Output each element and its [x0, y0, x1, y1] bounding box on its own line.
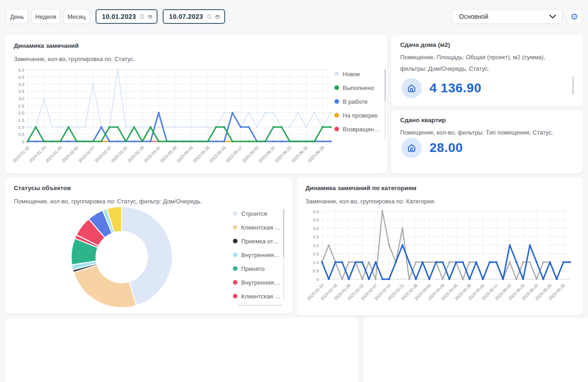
card-scrollbar-thumb[interactable] — [572, 76, 574, 95]
legend-dot — [233, 253, 237, 257]
legend-item-internal-1[interactable]: Внутренняя… — [233, 248, 281, 262]
legend-divider — [238, 305, 283, 306]
svg-text:2.0: 2.0 — [313, 243, 319, 248]
svg-text:1.5: 1.5 — [18, 118, 24, 123]
legend-label: Внутренняя… — [241, 252, 280, 258]
clear-icon[interactable] — [140, 14, 144, 19]
legend-item-client-2[interactable]: Клиентская … — [233, 289, 281, 303]
svg-text:2023-06-20: 2023-06-20 — [258, 145, 276, 163]
date-to-value: 10.07.2023 — [169, 13, 203, 20]
svg-text:2023-06-02: 2023-06-02 — [241, 145, 260, 163]
chevron-down-icon — [549, 14, 556, 19]
svg-text:2.5: 2.5 — [313, 234, 319, 239]
svg-text:2.0: 2.0 — [18, 110, 24, 115]
legend-label: Принято — [241, 265, 265, 272]
svg-text:0.5: 0.5 — [313, 268, 319, 273]
legend-item-building[interactable]: Строится — [233, 207, 281, 220]
legend-label: Строится — [241, 210, 267, 217]
legend-dot — [334, 99, 339, 104]
svg-text:2023-02-07: 2023-02-07 — [77, 145, 96, 163]
card-title: Статусы объектов — [14, 185, 71, 191]
svg-text:4.5: 4.5 — [18, 74, 24, 79]
legend-dot — [233, 239, 237, 243]
calendar-icon[interactable] — [215, 13, 220, 20]
legend-label: Приемка от… — [241, 238, 279, 245]
house-icon-badge — [401, 78, 422, 98]
object-statuses-donut-chart — [70, 206, 173, 309]
svg-text:2023-01-26: 2023-01-26 — [45, 145, 63, 163]
legend-dot — [334, 85, 339, 90]
card-apartments-done: Сдано квартир Помещение, кол-во, фильтры… — [391, 110, 583, 174]
svg-text:0: 0 — [317, 277, 319, 282]
date-to-input[interactable]: 10.07.2023 — [163, 9, 225, 24]
clear-icon[interactable] — [207, 14, 211, 19]
legend-label: Выполнено — [343, 84, 374, 91]
legend-scrollbar-thumb[interactable] — [384, 69, 386, 101]
svg-text:1.5: 1.5 — [313, 251, 319, 256]
svg-text:5.0: 5.0 — [18, 67, 24, 73]
legend-dot — [233, 211, 237, 216]
house-icon — [407, 84, 416, 93]
legend-item-on-check[interactable]: На проверке — [334, 108, 380, 122]
house-icon — [407, 143, 416, 152]
legend-label: На проверке — [343, 112, 378, 119]
settings-button[interactable]: ⚙ — [567, 9, 582, 24]
svg-text:2023-03-29: 2023-03-29 — [159, 145, 178, 163]
legend-dot — [233, 294, 237, 298]
svg-text:1.0: 1.0 — [18, 124, 24, 129]
legend-dot — [334, 113, 339, 118]
legend-dot — [233, 280, 237, 285]
legend-item-accepted[interactable]: Принято — [233, 262, 281, 275]
remarks-dynamics-legend: Новое Выполнено В работе На проверке Воз… — [334, 67, 380, 136]
period-day-button[interactable]: День — [6, 9, 28, 24]
calendar-icon[interactable] — [148, 13, 152, 20]
card-house-area: Сдача дома (м2) Помещение, Площадь: Обща… — [391, 35, 583, 107]
legend-item-new[interactable]: Новое — [334, 67, 380, 81]
card-subtitle: Помещение, Площадь: Общая (проект), м2 (… — [400, 51, 571, 74]
date-from-input[interactable]: 10.01.2023 — [96, 9, 158, 24]
svg-text:4.0: 4.0 — [313, 209, 319, 214]
legend-item-client[interactable]: Клиентская … — [233, 220, 281, 234]
svg-text:2023-05-17: 2023-05-17 — [225, 145, 243, 163]
category-dynamics-line-chart: 00.51.01.52.02.53.03.54.02023-01-102023-… — [304, 207, 582, 311]
card-title: Динамика замечаний — [14, 42, 79, 49]
svg-text:2.5: 2.5 — [18, 103, 24, 108]
dashboard-select[interactable]: Основной — [452, 9, 562, 24]
legend-scrollbar-thumb[interactable] — [283, 209, 284, 257]
svg-text:2023-01-19: 2023-01-19 — [28, 145, 46, 163]
legend-label: Клиентская … — [241, 224, 281, 231]
legend-item-returned[interactable]: Возвращен… — [334, 122, 380, 136]
card-partial-left — [5, 318, 358, 382]
legend-label: Внутренняя… — [241, 279, 280, 286]
period-week-button[interactable]: Неделя — [31, 9, 60, 24]
legend-dot — [233, 225, 237, 230]
legend-item-done[interactable]: Выполнено — [334, 81, 380, 95]
card-title: Сдано квартир — [400, 117, 446, 124]
svg-text:2023-02-21: 2023-02-21 — [110, 145, 129, 163]
remarks-dynamics-line-chart: 00.51.01.52.02.53.03.54.04.55.02023-01-1… — [9, 65, 349, 172]
svg-text:3.0: 3.0 — [313, 226, 319, 231]
svg-text:2023-02-10: 2023-02-10 — [94, 145, 112, 163]
legend-item-internal-2[interactable]: Внутренняя… — [233, 275, 281, 289]
house-area-value: 4 136.90 — [430, 81, 481, 96]
svg-text:2023-06-26: 2023-06-26 — [290, 145, 309, 163]
svg-text:2023-06-29: 2023-06-29 — [307, 145, 325, 163]
house-icon-badge — [401, 138, 422, 158]
svg-text:2023-05-04: 2023-05-04 — [209, 145, 227, 163]
svg-text:3.0: 3.0 — [18, 96, 24, 101]
legend-dot — [334, 127, 339, 131]
legend-dot — [334, 72, 339, 76]
svg-text:0: 0 — [22, 139, 24, 144]
svg-text:4.0: 4.0 — [18, 82, 24, 87]
period-month-button[interactable]: Месяц — [63, 9, 90, 24]
card-subtitle: Замечание, кол-во, группировка по: Катег… — [305, 196, 435, 207]
svg-text:3.5: 3.5 — [18, 89, 24, 94]
svg-text:1.0: 1.0 — [313, 260, 319, 265]
legend-item-in-progress[interactable]: В работе — [334, 95, 380, 108]
svg-text:2023-02-02: 2023-02-02 — [61, 145, 79, 163]
card-title: Динамика замечаний по категориям — [305, 185, 417, 191]
svg-text:2023-03-02: 2023-03-02 — [143, 145, 161, 163]
legend-item-acceptance[interactable]: Приемка от… — [233, 234, 281, 248]
card-subtitle: Замечание, кол-во, группировка по: Стату… — [14, 53, 135, 65]
apartments-done-value: 28.00 — [430, 140, 463, 155]
